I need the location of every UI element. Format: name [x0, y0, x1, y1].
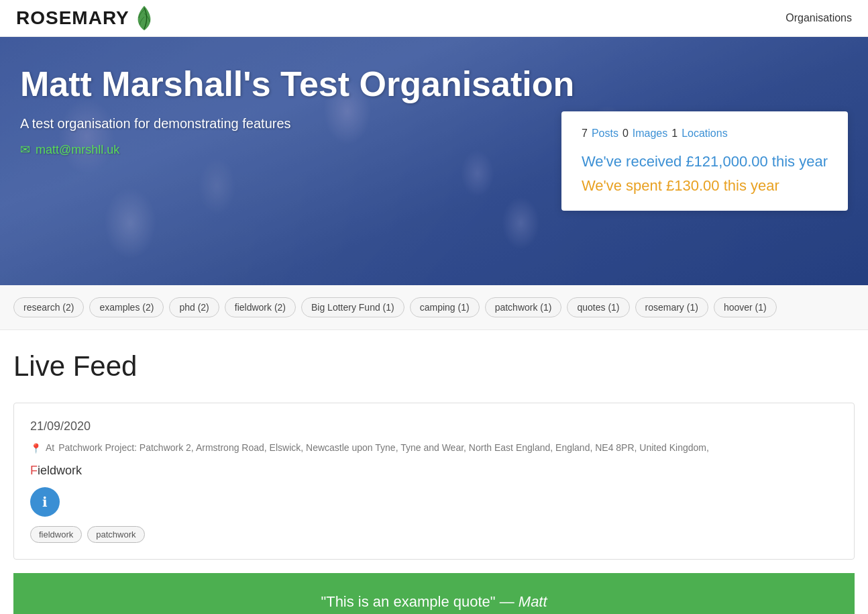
post-card: 21/09/2020 📍 At Patchwork Project: Patch… [13, 403, 855, 560]
tag-item[interactable]: fieldwork (2) [225, 297, 296, 317]
stats-counts: 7 Posts 0 Images 1 Locations [582, 127, 828, 140]
main-content: Live Feed 21/09/2020 📍 At Patchwork Proj… [0, 330, 868, 614]
post-tag-item[interactable]: fieldwork [30, 526, 82, 543]
post-location: 📍 At Patchwork Project: Patchwork 2, Arm… [30, 442, 838, 456]
hero-title: Matt Marshall's Test Organisation [20, 64, 848, 104]
post-tags: fieldworkpatchwork [30, 526, 838, 543]
tag-item[interactable]: hoover (1) [714, 297, 777, 317]
organisations-link[interactable]: Organisations [785, 12, 852, 24]
tag-item[interactable]: quotes (1) [567, 297, 629, 317]
images-count: 0 [622, 127, 629, 140]
post-title-highlight: F [30, 464, 38, 477]
stats-card: 7 Posts 0 Images 1 Locations We've recei… [561, 111, 848, 211]
stats-received: We've received £121,000.00 this year [582, 153, 828, 170]
hero-section: Matt Marshall's Test Organisation A test… [0, 37, 868, 285]
logo[interactable]: ROSEMARY [16, 5, 156, 32]
quote-card: "This is an example quote" — Matt [13, 573, 855, 614]
logo-text: ROSEMARY [16, 7, 129, 29]
post-fieldwork-title: Fieldwork [30, 464, 838, 478]
tag-item[interactable]: research (2) [13, 297, 84, 317]
post-title-rest: ieldwork [38, 464, 82, 477]
locations-count: 1 [671, 127, 677, 140]
live-feed-title: Live Feed [13, 350, 855, 382]
navbar: ROSEMARY Organisations [0, 0, 868, 37]
tag-item[interactable]: Big Lottery Fund (1) [301, 297, 404, 317]
quote-author: Matt [519, 593, 547, 610]
email-link[interactable]: matt@mrshll.uk [36, 143, 119, 157]
stats-spent: We've spent £130.00 this year [582, 177, 828, 195]
posts-link[interactable]: Posts [592, 127, 618, 140]
posts-count: 7 [582, 127, 588, 140]
post-date: 21/09/2020 [30, 419, 838, 433]
location-prefix: At [46, 442, 54, 455]
tag-item[interactable]: phd (2) [169, 297, 219, 317]
quote-text: "This is an example quote" — [321, 593, 518, 610]
locations-link[interactable]: Locations [682, 127, 728, 140]
tag-item[interactable]: rosemary (1) [635, 297, 708, 317]
location-text: Patchwork Project: Patchwork 2, Armstron… [58, 442, 709, 455]
logo-leaf-icon [132, 5, 156, 32]
email-icon: ✉ [20, 142, 30, 157]
tags-bar: research (2)examples (2)phd (2)fieldwork… [0, 285, 868, 330]
tag-item[interactable]: patchwork (1) [485, 297, 562, 317]
post-avatar[interactable]: ℹ [30, 487, 60, 517]
tag-item[interactable]: examples (2) [89, 297, 164, 317]
images-link[interactable]: Images [633, 127, 667, 140]
tag-item[interactable]: camping (1) [410, 297, 480, 317]
location-icon: 📍 [30, 442, 42, 456]
post-tag-item[interactable]: patchwork [87, 526, 144, 543]
